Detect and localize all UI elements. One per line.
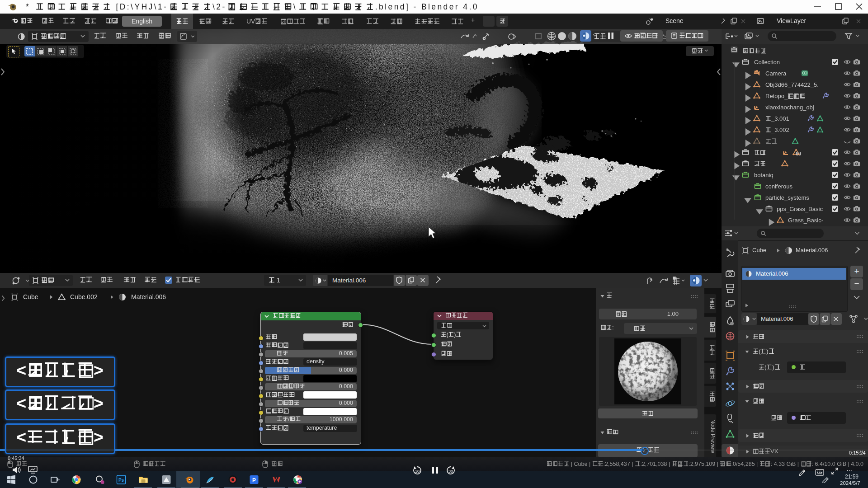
svg-text:Ps: Ps <box>118 478 124 483</box>
svg-text:30: 30 <box>448 469 453 474</box>
svg-text:P: P <box>252 477 256 483</box>
svg-text:10: 10 <box>415 469 420 474</box>
